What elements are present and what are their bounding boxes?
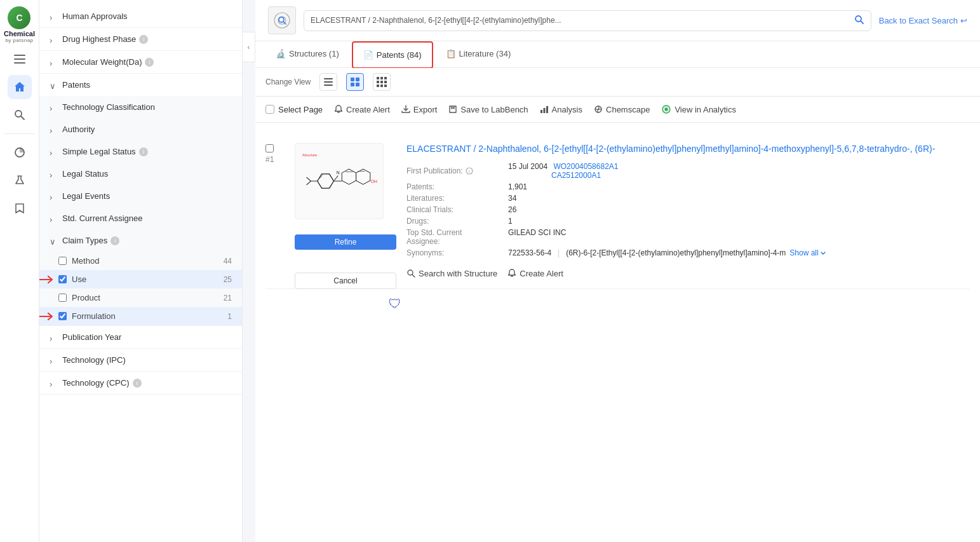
info-icon-pub[interactable]: i	[466, 167, 473, 175]
svg-text:i: i	[469, 169, 470, 173]
meta-label-assignee: Top Std. CurrentAssignee:	[406, 228, 508, 246]
view-btn-list[interactable]	[319, 73, 337, 91]
svg-line-4	[21, 116, 24, 119]
result-create-alert-button[interactable]: Create Alert	[507, 269, 563, 278]
tab-patents[interactable]: 📄 Patents (84)	[352, 41, 433, 69]
select-page-group[interactable]: Select Page	[265, 105, 323, 114]
chevron-down-small	[820, 250, 826, 256]
filter-label-product: Product	[72, 293, 100, 302]
molecule-svg: Absolute OH N	[301, 149, 377, 213]
chevron-right-icon: ›	[50, 379, 57, 387]
meta-value-first-pub: 15 Jul 2004 WO2004058682A1 CA2512000A1	[508, 162, 970, 180]
sidebar-item-technology-classification[interactable]: › Technology Classification	[39, 96, 242, 118]
save-to-labbench-button[interactable]: Save to LabBench	[448, 102, 528, 117]
sidebar-item-claim-types[interactable]: ∨ Claim Types i	[39, 229, 242, 252]
info-icon[interactable]: i	[139, 147, 148, 156]
sidebar-item-molecular-weight[interactable]: › Molecular Weight(Da) i	[39, 51, 242, 73]
result-actions: Search with Structure Create Alert	[406, 264, 970, 278]
claim-types-label: Claim Types	[62, 236, 107, 245]
sidebar-icon-flask[interactable]	[8, 168, 32, 193]
sidebar-icon-search[interactable]	[8, 103, 32, 127]
chemscape-label: Chemscape	[606, 105, 650, 114]
sidebar-item-technology-ipc[interactable]: › Technology (IPC)	[39, 349, 242, 371]
svg-line-42	[333, 175, 338, 181]
sidebar-item-legal-status[interactable]: › Legal Status	[39, 163, 242, 185]
filter-checkbox-method[interactable]	[58, 257, 67, 265]
tab-structures[interactable]: 🔬 Structures (1)	[265, 41, 349, 67]
sidebar-icon-chart[interactable]	[8, 140, 32, 165]
search-zoom-icon[interactable]	[854, 15, 864, 27]
meta-label-clinical-trials: Clinical Trials:	[406, 205, 508, 214]
sidebar-icon-bookmark[interactable]	[8, 196, 32, 220]
sidebar-item-drug-highest-phase[interactable]: › Drug Highest Phase i	[39, 28, 242, 50]
refine-button[interactable]: Refine	[295, 234, 396, 250]
info-icon[interactable]: i	[111, 236, 119, 245]
view-btn-grid2[interactable]	[346, 73, 364, 91]
main-content: ELACESTRANT / 2-Naphthalenol, 6-[2-[ethy…	[255, 0, 980, 542]
sidebar-item-label-molecular-weight: Molecular Weight(Da)	[62, 57, 142, 67]
filter-checkbox-product[interactable]	[58, 294, 67, 302]
pub-id-2[interactable]: CA2512000A1	[551, 171, 601, 180]
analysis-button[interactable]: Analysis	[540, 102, 582, 117]
svg-text:Absolute: Absolute	[302, 153, 318, 157]
info-icon[interactable]: i	[139, 35, 148, 44]
info-icon[interactable]: i	[133, 379, 142, 388]
results-area: #1 Absolute	[255, 123, 980, 542]
sidebar-item-authority[interactable]: › Authority	[39, 118, 242, 140]
chevron-right-icon: ›	[50, 13, 57, 20]
sidebar-item-label: Technology Classification	[62, 102, 155, 112]
chevron-right-icon: ›	[50, 334, 57, 341]
meta-label-literatures: Literatures:	[406, 194, 508, 203]
meta-value-patents: 1,901	[508, 182, 970, 191]
sidebar-icon-menu[interactable]	[8, 47, 32, 71]
filter-count-use: 25	[224, 275, 232, 284]
view-in-analytics-button[interactable]: View in Analytics	[661, 102, 736, 117]
filter-item-product[interactable]: Product 21	[39, 288, 242, 307]
sidebar-section-publication-year: › Publication Year	[39, 326, 242, 349]
filter-method-wrapper: Method 44	[39, 252, 242, 270]
select-page-checkbox[interactable]	[265, 105, 274, 114]
sidebar-item-human-approvals[interactable]: › Human Approvals	[39, 5, 242, 27]
result-title[interactable]: ELACESTRANT / 2-Naphthalenol, 6-[2-[ethy…	[406, 143, 970, 156]
logo-text-sub: by patsnap	[5, 37, 33, 43]
create-alert-button[interactable]: Create Alert	[334, 102, 390, 117]
chemscape-button[interactable]: Chemscape	[594, 102, 650, 117]
export-button[interactable]: Export	[401, 102, 438, 117]
filter-checkbox-use[interactable]	[58, 275, 67, 283]
sidebar-item-technology-cpc[interactable]: › Technology (CPC) i	[39, 372, 242, 394]
sidebar-item-label: Std. Current Assignee	[62, 213, 142, 223]
pipe-sep: |	[558, 248, 560, 257]
svg-rect-12	[324, 78, 333, 79]
svg-rect-23	[380, 81, 383, 83]
sidebar-item-label: Legal Status	[62, 169, 108, 179]
result-checkbox-1[interactable]	[265, 144, 274, 152]
svg-rect-30	[546, 106, 548, 113]
filter-item-formulation[interactable]: Formulation 1	[39, 307, 242, 325]
sidebar-item-legal-events[interactable]: › Legal Events	[39, 185, 242, 207]
sidebar-item-std-current-assignee[interactable]: › Std. Current Assignee	[39, 207, 242, 229]
filter-count-formulation: 1	[227, 312, 232, 321]
svg-rect-20	[380, 77, 383, 79]
filter-item-method[interactable]: Method 44	[39, 252, 242, 270]
patents-section-header[interactable]: ∨ Patents	[39, 74, 242, 96]
sidebar-icon-home[interactable]	[8, 75, 32, 99]
chevron-right-icon: ›	[50, 193, 57, 200]
collapse-sidebar-button[interactable]: ‹	[243, 32, 255, 62]
search-box: ELACESTRANT / 2-Naphthalenol, 6-[2-[ethy…	[304, 10, 871, 31]
view-btn-grid3[interactable]	[373, 73, 391, 91]
zoom-icon[interactable]	[278, 16, 286, 25]
sidebar-item-simple-legal-status[interactable]: › Simple Legal Status i	[39, 140, 242, 163]
filter-item-use[interactable]: Use 25	[39, 270, 242, 288]
back-to-exact-search-link[interactable]: Back to Exact Search ↩	[879, 16, 967, 25]
info-icon[interactable]: i	[145, 58, 154, 67]
svg-rect-13	[324, 81, 333, 83]
tab-literature[interactable]: 📋 Literature (34)	[436, 41, 521, 67]
search-with-structure-button[interactable]: Search with Structure	[406, 269, 497, 278]
sidebar-section-molecular-weight: › Molecular Weight(Da) i	[39, 51, 242, 74]
show-all-link[interactable]: Show all	[789, 248, 826, 257]
pub-id-1[interactable]: WO2004058682A1	[553, 162, 618, 171]
svg-line-9	[283, 22, 286, 24]
sidebar-item-publication-year[interactable]: › Publication Year	[39, 326, 242, 348]
cancel-button[interactable]: Cancel	[295, 273, 396, 289]
filter-checkbox-formulation[interactable]	[58, 312, 67, 320]
